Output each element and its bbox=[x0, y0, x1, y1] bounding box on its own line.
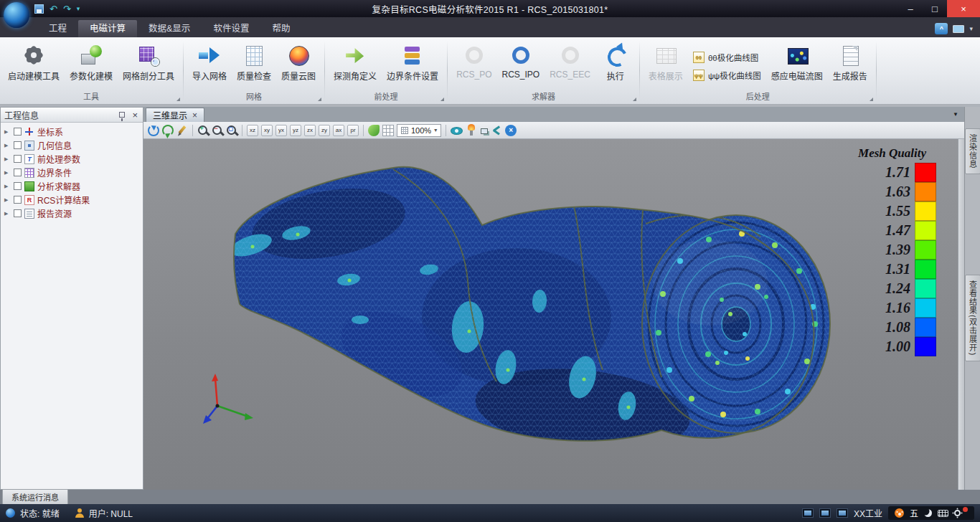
tab-software-settings[interactable]: 软件设置 bbox=[202, 20, 260, 37]
tree-item-preprocess-params[interactable]: ▶ T 前处理参数 bbox=[1, 152, 143, 166]
table-display-button[interactable]: 表格展示 bbox=[644, 40, 688, 92]
3d-viewport[interactable]: Mesh Quality 1.71 1.63 1.55 1.47 1.39 1.… bbox=[143, 139, 958, 490]
generate-report-button[interactable]: 生成报告 bbox=[828, 40, 872, 92]
expand-arrow-icon[interactable]: ▶ bbox=[4, 156, 11, 162]
induced-current-icon bbox=[785, 44, 809, 67]
axis-view-button[interactable]: ax bbox=[333, 125, 344, 136]
induced-current-map-button[interactable]: 感应电磁流图 bbox=[766, 40, 828, 92]
draw-icon[interactable] bbox=[176, 125, 188, 136]
checkbox[interactable] bbox=[14, 196, 22, 204]
undo-icon[interactable]: ↶ bbox=[50, 4, 57, 14]
zoom-in-icon[interactable]: + bbox=[197, 125, 209, 136]
zoom-out-icon[interactable]: − bbox=[212, 125, 223, 136]
tab-project[interactable]: 工程 bbox=[37, 20, 78, 37]
parametric-modeling-button[interactable]: 参数化建模 bbox=[65, 40, 118, 92]
axis-view-button[interactable]: yz bbox=[290, 125, 301, 136]
redo-icon[interactable]: ↷ bbox=[63, 4, 71, 14]
view-mode-icon[interactable] bbox=[451, 127, 463, 135]
taskbar-window-icon[interactable] bbox=[819, 508, 831, 518]
expand-arrow-icon[interactable]: ▶ bbox=[4, 143, 11, 148]
zoom-level-control[interactable]: 100% ▾ bbox=[397, 124, 441, 137]
close-view-icon[interactable]: × bbox=[505, 125, 517, 136]
tab-3d-display[interactable]: 三维显示 × bbox=[146, 108, 204, 122]
fit-view-icon[interactable] bbox=[368, 125, 380, 136]
ime-mode-label[interactable]: 五 bbox=[910, 507, 918, 519]
view-results-vertical-tab[interactable]: 查看结果(双击展开) bbox=[965, 275, 980, 361]
tab-close-icon[interactable]: × bbox=[192, 110, 197, 120]
minimize-button[interactable]: – bbox=[898, 0, 923, 17]
gear-icon[interactable] bbox=[954, 510, 961, 516]
quality-cloud-button[interactable]: 质量云图 bbox=[276, 40, 321, 92]
axis-view-button[interactable]: xz bbox=[247, 125, 258, 136]
orbit-view-icon[interactable] bbox=[148, 125, 159, 136]
maximize-button[interactable]: □ bbox=[923, 0, 947, 17]
render-info-vertical-tab[interactable]: 渲染信息 bbox=[965, 128, 980, 174]
tree-item-geometry-info[interactable]: ▶ 几何信息 bbox=[1, 138, 143, 152]
3d-model-mesh[interactable] bbox=[143, 139, 958, 490]
axis-view-button[interactable]: xy bbox=[261, 125, 273, 136]
legend-swatch bbox=[915, 298, 936, 318]
checkbox[interactable] bbox=[14, 182, 22, 190]
axis-view-button[interactable]: yx bbox=[275, 125, 287, 136]
axis-view-button[interactable]: pr bbox=[347, 125, 359, 136]
expand-arrow-icon[interactable]: ▶ bbox=[4, 184, 11, 189]
rotate-view-icon[interactable] bbox=[162, 125, 174, 136]
quality-check-button[interactable]: 质量检查 bbox=[232, 40, 276, 92]
tree-item-rcs-results[interactable]: ▶ R RCS计算结果 bbox=[1, 193, 143, 207]
tab-em-computation[interactable]: 电磁计算 bbox=[78, 20, 137, 37]
launch-modeling-tool-button[interactable]: 启动建模工具 bbox=[3, 40, 65, 92]
quick-access-dropdown-icon[interactable]: ▾ bbox=[77, 5, 80, 12]
tree-item-boundary-conditions[interactable]: ▶ 边界条件 bbox=[1, 166, 143, 179]
moon-icon[interactable] bbox=[924, 509, 932, 517]
checkbox[interactable] bbox=[14, 141, 22, 149]
theta-polarization-curve-button[interactable]: θθ θθ极化曲线图 bbox=[693, 52, 761, 63]
import-mesh-button[interactable]: 导入网格 bbox=[187, 40, 232, 92]
system-messages-tab[interactable]: 系统运行消息 bbox=[2, 490, 68, 506]
taskbar-window-icon[interactable] bbox=[802, 508, 814, 518]
axis-view-button[interactable]: zy bbox=[319, 125, 330, 136]
probe-angle-button[interactable]: 探测角定义 bbox=[329, 40, 382, 92]
expand-arrow-icon[interactable]: ▶ bbox=[4, 129, 11, 135]
grid-toggle-icon[interactable] bbox=[382, 125, 394, 136]
expand-arrow-icon[interactable]: ▶ bbox=[4, 211, 11, 217]
share-icon[interactable] bbox=[491, 125, 502, 136]
tree-item-report-resources[interactable]: ▶ 报告资源 bbox=[1, 207, 143, 220]
expand-arrow-icon[interactable]: ▶ bbox=[4, 170, 11, 176]
zoom-window-icon[interactable]: ▢ bbox=[226, 125, 237, 136]
zoom-grid-icon bbox=[401, 127, 408, 134]
collapse-ribbon-icon[interactable]: ^ bbox=[935, 23, 948, 34]
tab-data-display[interactable]: 数据&显示 bbox=[137, 20, 202, 37]
viewport-scrollbar[interactable] bbox=[958, 139, 964, 490]
solver-ipo-button[interactable]: RCS_IPO bbox=[496, 40, 545, 92]
close-button[interactable]: × bbox=[947, 0, 980, 17]
checkbox[interactable] bbox=[14, 155, 22, 163]
tree-item-coordinate-system[interactable]: ▶ 坐标系 bbox=[1, 125, 143, 138]
button-label: 网格剖分工具 bbox=[123, 70, 174, 82]
boundary-condition-button[interactable]: 边界条件设置 bbox=[382, 40, 443, 92]
keyboard-icon[interactable] bbox=[938, 510, 948, 517]
notification-dot bbox=[963, 507, 968, 512]
panel-close-icon[interactable]: × bbox=[131, 110, 139, 120]
solver-eec-button[interactable]: RCS_EEC bbox=[545, 40, 595, 92]
expand-arrow-icon[interactable]: ▶ bbox=[4, 197, 11, 203]
taskbar-window-icon[interactable] bbox=[837, 508, 848, 518]
checkbox[interactable] bbox=[14, 169, 22, 176]
mesh-partition-tool-button[interactable]: 网格剖分工具 bbox=[118, 40, 179, 92]
legend-row: 1.16 bbox=[858, 298, 936, 318]
axis-view-button[interactable]: zx bbox=[304, 125, 316, 136]
tree-item-analysis-solver[interactable]: ▶ 分析求解器 bbox=[1, 179, 143, 193]
execute-button[interactable]: 执行 bbox=[595, 40, 636, 92]
checkbox[interactable] bbox=[14, 128, 22, 136]
tab-help[interactable]: 帮助 bbox=[260, 20, 301, 37]
light-icon[interactable] bbox=[466, 125, 477, 136]
layers-icon[interactable] bbox=[481, 128, 488, 134]
checkbox[interactable] bbox=[14, 209, 22, 217]
chevron-down-icon[interactable]: ▾ bbox=[969, 25, 973, 32]
psi-polarization-curve-button[interactable]: ψψ ψψ极化曲线图 bbox=[693, 70, 761, 81]
tab-overflow-icon[interactable]: ▼ bbox=[953, 111, 958, 118]
monitor-icon[interactable] bbox=[953, 25, 964, 33]
ime-logo-icon[interactable] bbox=[895, 508, 904, 518]
pin-icon[interactable] bbox=[119, 112, 125, 118]
solver-po-button[interactable]: RCS_PO bbox=[451, 40, 496, 92]
save-icon[interactable] bbox=[34, 4, 44, 14]
